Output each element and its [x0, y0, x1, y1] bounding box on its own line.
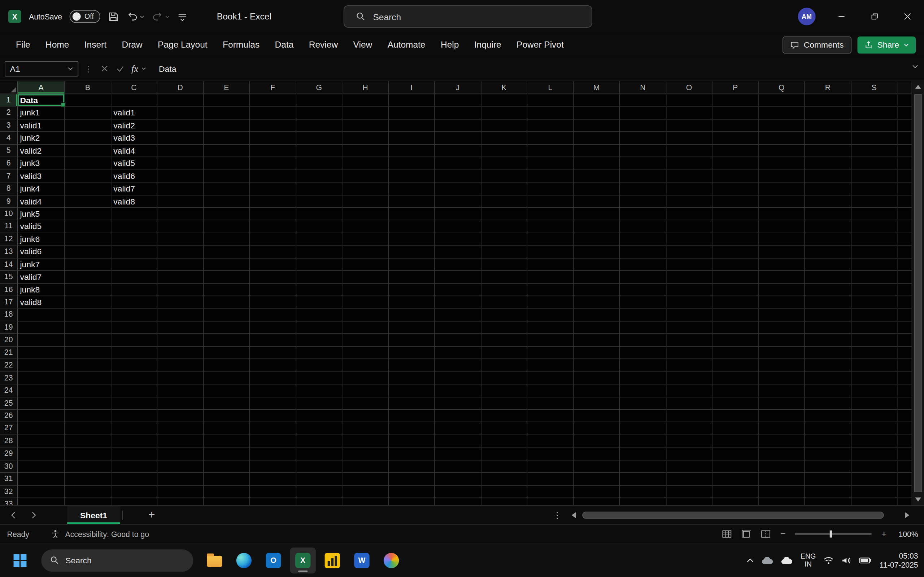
zoom-level[interactable]: 100%	[898, 530, 918, 538]
cell-S10[interactable]	[851, 208, 897, 220]
cell-M29[interactable]	[573, 448, 620, 460]
cell-C14[interactable]	[111, 258, 157, 271]
cell-P19[interactable]	[712, 321, 759, 334]
cell-B32[interactable]	[65, 485, 111, 498]
cell-J17[interactable]	[435, 296, 481, 309]
minimize-button[interactable]	[825, 0, 858, 33]
cell-L33[interactable]	[527, 498, 573, 505]
cell-N18[interactable]	[620, 309, 666, 321]
cell-S24[interactable]	[851, 384, 897, 397]
cell-O25[interactable]	[666, 397, 712, 410]
cell-P6[interactable]	[712, 157, 759, 170]
cell-S1[interactable]	[851, 94, 897, 107]
cell-D28[interactable]	[157, 435, 204, 448]
cell-N22[interactable]	[620, 359, 666, 372]
cell-L31[interactable]	[527, 473, 573, 485]
cell-C18[interactable]	[111, 309, 157, 321]
undo-dropdown-icon[interactable]	[140, 15, 145, 18]
cell-O20[interactable]	[666, 334, 712, 347]
cell-F5[interactable]	[250, 145, 296, 157]
ribbon-tab-data[interactable]: Data	[267, 33, 301, 56]
cell-N32[interactable]	[620, 485, 666, 498]
customize-qat-icon[interactable]	[178, 11, 188, 22]
cell-D24[interactable]	[157, 384, 204, 397]
cell-Q8[interactable]	[759, 182, 805, 195]
cell-A20[interactable]	[18, 334, 65, 347]
cell-K10[interactable]	[481, 208, 527, 220]
cell-L20[interactable]	[527, 334, 573, 347]
cell-D29[interactable]	[157, 448, 204, 460]
cell-M15[interactable]	[573, 271, 620, 284]
cell-J28[interactable]	[435, 435, 481, 448]
cell-G12[interactable]	[296, 233, 342, 246]
row-header-23[interactable]: 23	[0, 372, 18, 384]
cell-N5[interactable]	[620, 145, 666, 157]
clock[interactable]: 05:03 11-07-2025	[880, 552, 918, 569]
cell-A15[interactable]: valid7	[18, 271, 65, 284]
cell-G24[interactable]	[296, 384, 342, 397]
start-button[interactable]	[7, 548, 33, 574]
cell-L16[interactable]	[527, 284, 573, 296]
cell-E30[interactable]	[204, 460, 250, 473]
cell-A2[interactable]: junk1	[18, 107, 65, 119]
cell-I10[interactable]	[389, 208, 435, 220]
ribbon-tab-view[interactable]: View	[346, 33, 380, 56]
cell-A13[interactable]: valid6	[18, 246, 65, 258]
cell-C9[interactable]: valid8	[111, 195, 157, 208]
cell-R19[interactable]	[805, 321, 851, 334]
cell-O19[interactable]	[666, 321, 712, 334]
cell-N20[interactable]	[620, 334, 666, 347]
cell-H26[interactable]	[342, 410, 389, 422]
ribbon-tab-power-pivot[interactable]: Power Pivot	[509, 33, 571, 56]
cell-R8[interactable]	[805, 182, 851, 195]
cell-E33[interactable]	[204, 498, 250, 505]
cell-D11[interactable]	[157, 220, 204, 233]
cell-S11[interactable]	[851, 220, 897, 233]
excel-app-icon[interactable]: X	[8, 10, 21, 23]
cell-B23[interactable]	[65, 372, 111, 384]
account-avatar[interactable]: AM	[798, 8, 816, 25]
cell-B3[interactable]	[65, 119, 111, 132]
cell-N27[interactable]	[620, 422, 666, 435]
cell-G33[interactable]	[296, 498, 342, 505]
cell-M30[interactable]	[573, 460, 620, 473]
cell-A3[interactable]: valid1	[18, 119, 65, 132]
cell-A18[interactable]	[18, 309, 65, 321]
cell-S21[interactable]	[851, 347, 897, 359]
cell-A21[interactable]	[18, 347, 65, 359]
cell-L7[interactable]	[527, 170, 573, 182]
cell-P10[interactable]	[712, 208, 759, 220]
cell-B33[interactable]	[65, 498, 111, 505]
cell-P12[interactable]	[712, 233, 759, 246]
cell-C15[interactable]	[111, 271, 157, 284]
cell-A23[interactable]	[18, 372, 65, 384]
cell-C5[interactable]: valid4	[111, 145, 157, 157]
wifi-icon[interactable]	[824, 556, 834, 565]
cell-F32[interactable]	[250, 485, 296, 498]
cell-Q6[interactable]	[759, 157, 805, 170]
cell-L14[interactable]	[527, 258, 573, 271]
cell-O21[interactable]	[666, 347, 712, 359]
scroll-up-icon[interactable]	[915, 85, 921, 89]
cell-E31[interactable]	[204, 473, 250, 485]
cell-B22[interactable]	[65, 359, 111, 372]
cell-M33[interactable]	[573, 498, 620, 505]
cell-E21[interactable]	[204, 347, 250, 359]
copilot-button[interactable]	[378, 548, 404, 574]
cell-E11[interactable]	[204, 220, 250, 233]
cell-G7[interactable]	[296, 170, 342, 182]
cell-D30[interactable]	[157, 460, 204, 473]
cell-D8[interactable]	[157, 182, 204, 195]
cell-G18[interactable]	[296, 309, 342, 321]
cell-F6[interactable]	[250, 157, 296, 170]
cell-C17[interactable]	[111, 296, 157, 309]
cell-K18[interactable]	[481, 309, 527, 321]
cell-D12[interactable]	[157, 233, 204, 246]
cell-S12[interactable]	[851, 233, 897, 246]
cell-G2[interactable]	[296, 107, 342, 119]
cell-I15[interactable]	[389, 271, 435, 284]
cell-A32[interactable]	[18, 485, 65, 498]
cell-E6[interactable]	[204, 157, 250, 170]
cell-H28[interactable]	[342, 435, 389, 448]
cell-Q9[interactable]	[759, 195, 805, 208]
